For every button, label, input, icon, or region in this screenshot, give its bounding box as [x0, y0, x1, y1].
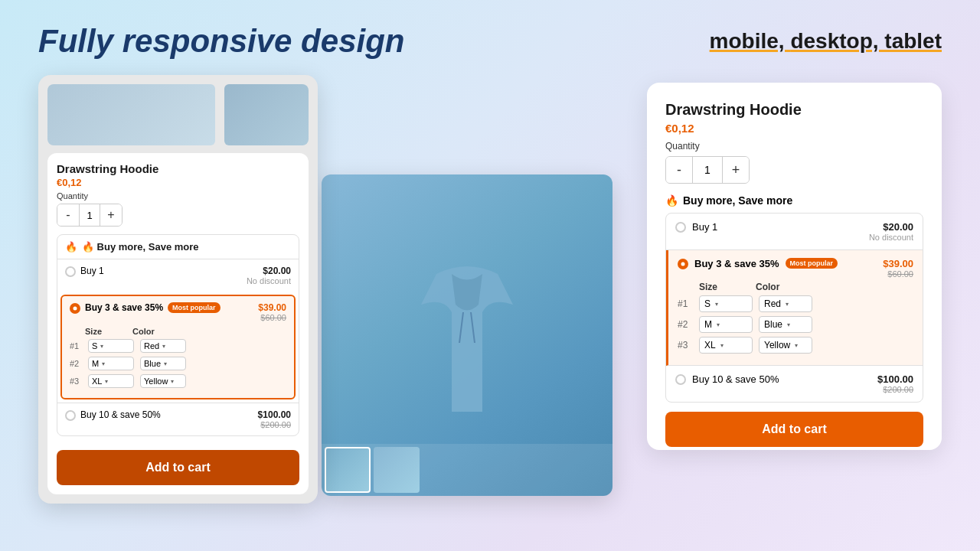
desktop-option1-price: $20.00 [869, 221, 913, 233]
desktop-card: Drawstring Hoodie €0,12 Quantity - 1 + 🔥… [647, 83, 942, 450]
desktop-option-buy1[interactable]: Buy 1 $20.00 No discount [666, 214, 923, 250]
mobile-color-select-2[interactable]: Blue ▾ [140, 357, 186, 370]
mobile-option-buy10[interactable]: Buy 10 & save 50% $100.00 $200.00 [57, 403, 299, 435]
mobile-option2-old-price: $60.00 [258, 313, 286, 322]
chevron-icon: ▾ [171, 378, 174, 385]
mobile-option1-price: $20.00 [247, 266, 291, 276]
desktop-variant-num-2: #2 [678, 319, 693, 330]
desktop-option2-label: Buy 3 & save 35% [694, 258, 779, 269]
page-title: Fully responsive design [38, 23, 404, 60]
desktop-option-buy10[interactable]: Buy 10 & save 50% $100.00 $200.00 [666, 366, 923, 402]
desktop-variant-row-3: #3 XL ▾ Yellow ▾ [678, 337, 913, 354]
desktop-option3-label: Buy 10 & save 50% [692, 373, 779, 385]
chevron-icon: ▾ [100, 343, 103, 350]
desktop-option3-old-price: $200.00 [877, 385, 913, 394]
desktop-option2-price: $39.00 [883, 258, 913, 269]
desktop-add-to-cart-button[interactable]: Add to cart [665, 412, 923, 447]
mobile-card-body: Drawstring Hoodie €0,12 Quantity - 1 + 🔥… [47, 153, 309, 494]
thumb-1 [325, 447, 371, 493]
mobile-option2-label: Buy 3 & save 35% [85, 302, 163, 313]
mobile-qty-value: 1 [79, 204, 100, 226]
desktop-option3-price: $100.00 [877, 373, 913, 385]
chevron-icon: ▾ [717, 321, 720, 328]
mobile-buy-more-section: 🔥 🔥 Buy more, Save more Buy 1 $20.00 No … [57, 234, 299, 436]
mobile-variant-num-1: #1 [70, 341, 82, 350]
desktop-size-select-2[interactable]: M ▾ [699, 316, 753, 333]
desktop-size-select-1[interactable]: S ▾ [699, 295, 753, 312]
desktop-quantity-label: Quantity [665, 141, 923, 152]
mobile-size-select-3[interactable]: XL ▾ [88, 374, 134, 388]
desktop-variant-num-1: #1 [678, 298, 693, 309]
center-product-photo [322, 174, 612, 496]
chevron-icon: ▾ [786, 301, 789, 308]
subtitle-bold: desktop, tablet [790, 29, 942, 53]
mobile-buy-more-header: 🔥 🔥 Buy more, Save more [57, 235, 299, 259]
desktop-size-select-3[interactable]: XL ▾ [699, 337, 753, 354]
desktop-size-label: Size [699, 282, 717, 292]
mobile-qty-minus[interactable]: - [57, 204, 79, 226]
mobile-color-label: Color [132, 327, 155, 336]
mobile-product-images [47, 84, 309, 145]
desktop-option1-discount: No discount [869, 233, 913, 242]
mobile-radio-buy10 [65, 410, 76, 421]
desktop-variant-row-1: #1 S ▾ Red ▾ [678, 295, 913, 312]
desktop-quantity-control: - 1 + [665, 156, 750, 184]
chevron-icon: ▾ [102, 360, 105, 367]
mobile-variant-row-3: #3 XL ▾ Yellow ▾ [70, 374, 286, 388]
mobile-option3-price: $100.00 [258, 409, 291, 420]
fire-icon-desktop: 🔥 [665, 194, 678, 207]
mobile-qty-plus[interactable]: + [100, 204, 122, 226]
chevron-icon: ▾ [105, 378, 108, 385]
mobile-option-buy1[interactable]: Buy 1 $20.00 No discount [57, 259, 299, 292]
chevron-icon: ▾ [715, 301, 718, 308]
mobile-option-buy3[interactable]: Buy 3 & save 35% Most popular $39.00 $60… [60, 295, 296, 399]
desktop-variant-num-3: #3 [678, 340, 693, 350]
page-header: Fully responsive design mobile, desktop,… [0, 0, 980, 75]
desktop-qty-value: 1 [692, 157, 723, 183]
mobile-color-select-3[interactable]: Yellow ▾ [140, 374, 186, 388]
mobile-product-title: Drawstring Hoodie [57, 162, 299, 175]
mobile-add-to-cart-button[interactable]: Add to cart [57, 450, 299, 485]
mobile-main-image [47, 84, 215, 145]
mobile-size-select-1[interactable]: S ▾ [88, 339, 134, 353]
desktop-option2-old-price: $60.00 [883, 269, 913, 279]
desktop-qty-minus[interactable]: - [666, 157, 692, 183]
device-subtitle: mobile, desktop, tablet [710, 29, 942, 54]
chevron-icon: ▾ [720, 342, 724, 349]
mobile-option1-label: Buy 1 [80, 266, 104, 276]
mobile-variant-row-2: #2 M ▾ Blue ▾ [70, 357, 286, 370]
mobile-popular-badge: Most popular [168, 302, 220, 313]
mobile-radio-buy1 [65, 266, 76, 277]
desktop-buy-more-header: 🔥 Buy more, Save more [665, 194, 923, 207]
desktop-buy-section: Buy 1 $20.00 No discount Buy 3 & save 35… [665, 213, 923, 403]
mobile-option1-discount: No discount [247, 276, 291, 285]
mobile-option3-old-price: $200.00 [258, 420, 291, 429]
desktop-qty-plus[interactable]: + [723, 157, 749, 183]
desktop-option-buy3[interactable]: Buy 3 & save 35% Most popular $39.00 $60… [666, 250, 923, 366]
mobile-color-select-1[interactable]: Red ▾ [140, 339, 186, 353]
desktop-radio-buy10 [675, 374, 686, 385]
desktop-color-select-3[interactable]: Yellow ▾ [759, 337, 812, 354]
chevron-icon: ▾ [164, 360, 167, 367]
hoodie-svg [390, 243, 544, 427]
mobile-thumb-3 [224, 84, 309, 145]
mobile-variant-row-1: #1 S ▾ Red ▾ [70, 339, 286, 353]
desktop-color-select-2[interactable]: Blue ▾ [759, 316, 812, 333]
desktop-color-select-1[interactable]: Red ▾ [759, 295, 812, 312]
desktop-popular-badge: Most popular [786, 258, 838, 269]
chevron-icon: ▾ [795, 342, 798, 349]
mobile-radio-buy3 [70, 303, 80, 314]
fire-icon: 🔥 [65, 241, 77, 253]
desktop-variant-header: Size Color [699, 282, 913, 292]
chevron-icon: ▾ [162, 343, 165, 350]
chevron-icon: ▾ [787, 321, 790, 328]
mobile-size-select-2[interactable]: M ▾ [88, 357, 134, 370]
mobile-variant-num-2: #2 [70, 359, 82, 368]
desktop-product-price: €0,12 [665, 122, 923, 135]
desktop-variant-row-2: #2 M ▾ Blue ▾ [678, 316, 913, 333]
subtitle-plain: mobile, [710, 29, 791, 53]
mobile-quantity-label: Quantity [57, 191, 299, 201]
desktop-color-label: Color [756, 282, 779, 292]
mobile-card: Drawstring Hoodie €0,12 Quantity - 1 + 🔥… [38, 75, 318, 504]
mobile-variant-num-3: #3 [70, 377, 82, 386]
